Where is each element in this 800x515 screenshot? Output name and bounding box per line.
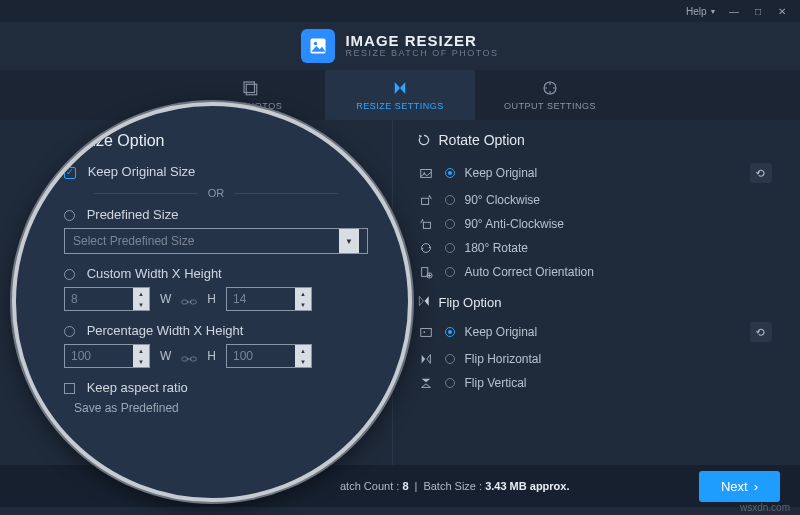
predefined-size-option[interactable]: Predefined Size — [64, 207, 368, 222]
radio-icon — [445, 378, 455, 388]
svg-rect-2 — [244, 82, 255, 93]
close-button[interactable]: ✕ — [770, 6, 794, 17]
chevron-down-icon: ▼ — [339, 229, 359, 253]
batch-size-value: 3.43 MB approx. — [485, 480, 569, 492]
minimize-button[interactable]: — — [722, 6, 746, 17]
flip-keep-original[interactable]: Keep Original — [417, 317, 773, 347]
rotate-acw-icon — [417, 217, 435, 231]
rotate-auto-correct[interactable]: Auto Correct Orientation — [417, 260, 773, 284]
svg-rect-11 — [420, 329, 431, 337]
spinner-icon[interactable]: ▲▼ — [133, 288, 149, 310]
custom-width-input[interactable]: 8 ▲▼ — [64, 287, 150, 311]
flip-horizontal[interactable]: Flip Horizontal — [417, 347, 773, 371]
keep-aspect-ratio[interactable]: Keep aspect ratio — [64, 380, 368, 395]
save-as-predefined[interactable]: Save as Predefined — [74, 401, 368, 415]
resize-icon — [391, 79, 409, 97]
auto-orient-icon — [417, 265, 435, 279]
flip-section-title: Flip Option — [417, 294, 773, 311]
watermark-text: wsxdn.com — [740, 502, 790, 513]
radio-icon — [64, 210, 75, 221]
flip-reset-button[interactable] — [750, 322, 772, 342]
magnifier-lens: Resize Option Keep Original Size OR Pred… — [12, 102, 412, 502]
flip-v-icon — [417, 376, 435, 390]
percent-height-input[interactable]: 100 ▲▼ — [226, 344, 312, 368]
radio-icon — [445, 354, 455, 364]
flip-vertical[interactable]: Flip Vertical — [417, 371, 773, 395]
radio-icon — [445, 243, 455, 253]
rotate-cw-icon — [417, 193, 435, 207]
svg-rect-8 — [423, 222, 430, 228]
percentage-wh-option[interactable]: Percentage Width X Height — [64, 323, 368, 338]
height-label: H — [207, 349, 216, 363]
app-logo-icon — [301, 29, 335, 63]
app-header: IMAGE RESIZER RESIZE BATCH OF PHOTOS — [0, 22, 800, 70]
rotate-reset-button[interactable] — [750, 163, 772, 183]
chevron-down-icon: ▼ — [710, 8, 717, 15]
batch-count-value: 8 — [402, 480, 408, 492]
rotate-90-acw[interactable]: 90° Anti-Clockwise — [417, 212, 773, 236]
width-label: W — [160, 292, 171, 306]
radio-icon — [64, 269, 75, 280]
height-label: H — [207, 292, 216, 306]
or-divider: OR — [94, 187, 338, 199]
radio-icon — [445, 267, 455, 277]
photos-icon — [241, 79, 259, 97]
flip-icon — [417, 294, 431, 311]
radio-icon — [64, 326, 75, 337]
batch-size-label: Batch Size : — [423, 480, 482, 492]
tab-resize-settings[interactable]: RESIZE SETTINGS — [325, 70, 475, 120]
spinner-icon[interactable]: ▲▼ — [133, 345, 149, 367]
custom-height-input[interactable]: 14 ▲▼ — [226, 287, 312, 311]
custom-wh-option[interactable]: Custom Width X Height — [64, 266, 368, 281]
app-title: IMAGE RESIZER — [345, 33, 498, 50]
rotate-180[interactable]: 180° Rotate — [417, 236, 773, 260]
predefined-size-select[interactable]: Select Predefined Size ▼ — [64, 228, 368, 254]
link-icon[interactable] — [181, 293, 197, 305]
percent-width-input[interactable]: 100 ▲▼ — [64, 344, 150, 368]
maximize-button[interactable]: □ — [746, 6, 770, 17]
output-icon — [541, 79, 559, 97]
rotate-section-title: Rotate Option — [417, 132, 773, 148]
svg-rect-3 — [246, 84, 257, 95]
width-label: W — [160, 349, 171, 363]
checkbox-icon — [64, 383, 75, 394]
chevron-right-icon: › — [754, 479, 758, 494]
spinner-icon[interactable]: ▲▼ — [295, 288, 311, 310]
keep-original-size[interactable]: Keep Original Size — [64, 164, 368, 179]
radio-icon — [445, 168, 455, 178]
radio-icon — [445, 327, 455, 337]
title-bar: Help ▼ — □ ✕ — [0, 0, 800, 22]
radio-icon — [445, 219, 455, 229]
batch-count-label: atch Count : — [340, 480, 399, 492]
rotate-icon — [417, 133, 431, 147]
tab-output-settings[interactable]: OUTPUT SETTINGS — [475, 70, 625, 120]
original-icon — [417, 325, 435, 339]
main-tabs: ADD PHOTOS RESIZE SETTINGS OUTPUT SETTIN… — [0, 70, 800, 120]
undo-icon — [755, 326, 767, 338]
original-icon — [417, 166, 435, 180]
svg-rect-7 — [421, 198, 428, 204]
link-icon[interactable] — [181, 350, 197, 362]
help-menu[interactable]: Help ▼ — [686, 6, 717, 17]
rotate-180-icon — [417, 241, 435, 255]
resize-section-title: Resize Option — [64, 132, 368, 150]
radio-icon — [445, 195, 455, 205]
svg-point-12 — [423, 331, 425, 333]
undo-icon — [755, 167, 767, 179]
next-button[interactable]: Next › — [699, 471, 780, 502]
flip-h-icon — [417, 352, 435, 366]
spinner-icon[interactable]: ▲▼ — [295, 345, 311, 367]
rotate-keep-original[interactable]: Keep Original — [417, 158, 773, 188]
svg-point-1 — [314, 42, 317, 45]
rotate-90-cw[interactable]: 90° Clockwise — [417, 188, 773, 212]
app-subtitle: RESIZE BATCH OF PHOTOS — [345, 49, 498, 59]
checkbox-icon — [64, 167, 76, 179]
